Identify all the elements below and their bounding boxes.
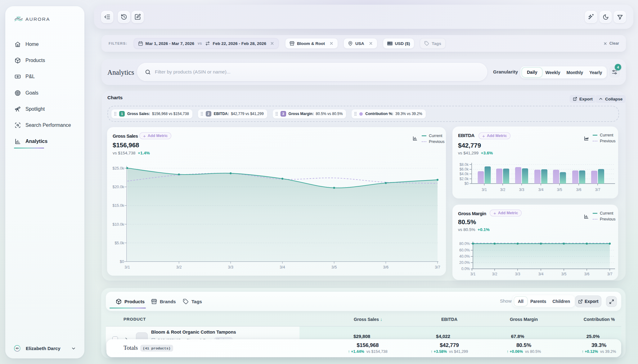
svg-text:3/3: 3/3 [515, 272, 520, 276]
svg-text:$25.0k: $25.0k [112, 166, 124, 171]
svg-text:3/4: 3/4 [538, 188, 544, 192]
svg-text:3/3: 3/3 [228, 265, 233, 269]
svg-text:60.0%: 60.0% [459, 248, 470, 252]
svg-text:$0: $0 [120, 260, 124, 264]
svg-text:$2.0k: $2.0k [460, 177, 469, 181]
svg-text:3/5: 3/5 [331, 265, 337, 269]
svg-text:3/3: 3/3 [519, 188, 524, 192]
svg-text:3/2: 3/2 [176, 265, 182, 269]
svg-text:20.0%: 20.0% [459, 260, 470, 265]
svg-text:$15.0k: $15.0k [112, 203, 124, 208]
svg-text:3/7: 3/7 [595, 188, 600, 192]
svg-text:$4.0k: $4.0k [460, 172, 469, 176]
svg-text:3/7: 3/7 [607, 272, 613, 276]
svg-text:$6.0k: $6.0k [460, 167, 469, 171]
svg-text:3/1: 3/1 [482, 188, 487, 192]
svg-text:0.0%: 0.0% [461, 267, 470, 271]
svg-text:3/1: 3/1 [470, 272, 476, 276]
svg-text:$10.0k: $10.0k [112, 222, 124, 227]
svg-text:3/4: 3/4 [280, 265, 285, 269]
svg-text:3/2: 3/2 [500, 188, 505, 192]
svg-text:$5.0k: $5.0k [115, 241, 124, 245]
svg-text:3/7: 3/7 [435, 265, 440, 269]
svg-text:3/5: 3/5 [561, 272, 567, 276]
svg-text:3/4: 3/4 [538, 272, 544, 276]
svg-text:$8.0k: $8.0k [460, 162, 469, 167]
svg-text:$0: $0 [465, 181, 469, 186]
svg-text:3/1: 3/1 [124, 265, 130, 269]
svg-text:40.0%: 40.0% [459, 254, 470, 259]
svg-text:3/6: 3/6 [576, 188, 582, 192]
svg-text:80.0%: 80.0% [459, 242, 470, 246]
svg-text:3/2: 3/2 [492, 272, 497, 276]
svg-text:3/5: 3/5 [557, 188, 562, 192]
svg-text:$20.0k: $20.0k [112, 185, 124, 189]
svg-text:3/6: 3/6 [383, 265, 389, 269]
svg-text:3/6: 3/6 [584, 272, 590, 276]
